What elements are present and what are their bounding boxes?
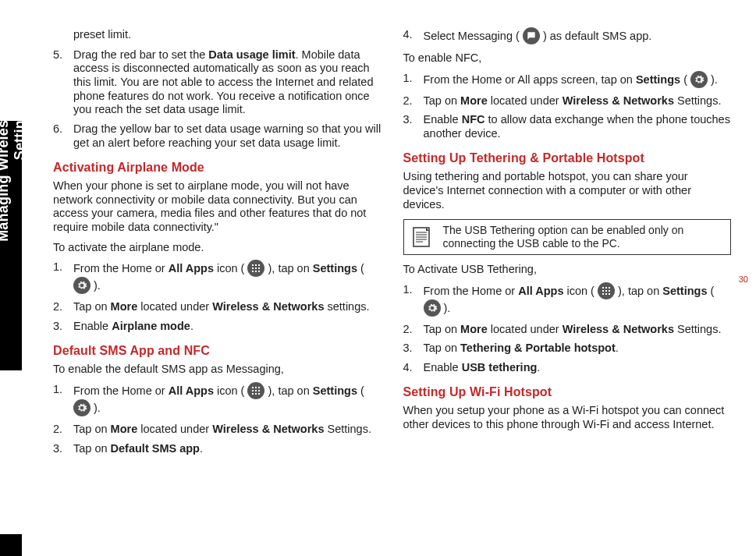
bold: Data usage limit: [208, 48, 295, 61]
text: icon (: [214, 262, 245, 274]
text: located under: [137, 423, 212, 435]
text: Tap on: [424, 323, 461, 335]
text: .: [537, 361, 540, 374]
side-tab-label: Managing Wireless and Network Settings: [0, 7, 28, 257]
text: Enable: [73, 320, 112, 332]
text: icon (: [563, 284, 595, 296]
settings-icon: [690, 71, 708, 88]
text: Drag the red bar to set the: [73, 48, 208, 61]
text: located under: [137, 300, 212, 313]
text: Settings.: [674, 94, 721, 107]
step-item: Tap on More located under Wireless & Net…: [53, 300, 382, 314]
text: (: [357, 384, 364, 397]
step-item: From the Home or All apps screen, tap on…: [403, 72, 732, 89]
step-item: Tap on More located under Wireless & Net…: [53, 423, 382, 437]
bold: More: [111, 300, 138, 313]
text: located under: [488, 323, 563, 335]
text: .: [190, 320, 193, 332]
settings-icon: [424, 299, 441, 317]
text: Enable: [424, 361, 462, 374]
bold: More: [460, 323, 488, 335]
settings-icon: [73, 277, 91, 294]
bold: Wireless & Networks: [212, 423, 324, 435]
steps-nfc: From the Home or All apps screen, tap on…: [403, 72, 732, 141]
bold: Wireless & Networks: [563, 323, 674, 335]
para-usb: To Activate USB Tethering,: [403, 263, 732, 277]
text: From the Home or All apps screen, tap on: [424, 73, 636, 86]
text: ), tap on: [268, 384, 313, 397]
text: located under: [488, 94, 563, 107]
step-item: Tap on More located under Wireless & Net…: [403, 323, 732, 337]
note-icon: [410, 225, 435, 250]
steps-sms-continued: Select Messaging ( ) as default SMS app.: [403, 28, 732, 45]
steps-usb: From the Home or All Apps icon ( ), tap …: [403, 283, 732, 375]
step-item: Tap on Tethering & Portable hotspot.: [403, 342, 732, 356]
para-preset: preset limit.: [53, 28, 382, 42]
text: Tap on: [424, 94, 461, 107]
bold: Default SMS app: [111, 442, 200, 455]
para-activate: To activate the airplane mode.: [53, 241, 382, 255]
step-item: Drag the red bar to set the Data usage l…: [53, 48, 382, 117]
all-apps-icon: [598, 282, 615, 299]
bold: Settings: [662, 284, 707, 296]
text: Enable: [424, 113, 462, 126]
bold: USB tethering: [462, 361, 538, 374]
all-apps-icon: [247, 260, 264, 277]
bold: Settings: [313, 262, 357, 274]
text: From the Home or: [73, 262, 169, 274]
text: .: [200, 442, 203, 455]
text: ).: [94, 279, 101, 292]
text: Drag the yellow bar to set data usage wa…: [73, 122, 381, 149]
text: ) as default SMS app.: [543, 30, 651, 42]
step-item: Enable USB tethering.: [403, 361, 732, 375]
content-columns: preset limit. Drag the red bar to set th…: [53, 28, 731, 533]
para-wifi: When you setup your phone as a Wi-Fi hot…: [403, 404, 732, 431]
left-column: preset limit. Drag the red bar to set th…: [53, 28, 382, 533]
heading-sms-nfc: Default SMS App and NFC: [53, 343, 382, 359]
step-item: Drag the yellow bar to set data usage wa…: [53, 122, 382, 150]
note-box: The USB Tethering option can be enabled …: [403, 219, 732, 255]
text: ).: [94, 402, 101, 414]
step-item: From the Home or All Apps icon ( ), tap …: [53, 383, 382, 417]
para-airplane: When your phone is set to airplane mode,…: [53, 179, 382, 235]
settings-icon: [73, 399, 91, 416]
steps-airplane: From the Home or All Apps icon ( ), tap …: [53, 260, 382, 333]
text: icon (: [214, 384, 245, 397]
bold: Settings: [313, 384, 357, 397]
text: From the Home or: [73, 384, 169, 397]
steps-sms: From the Home or All Apps icon ( ), tap …: [53, 383, 382, 455]
text: Tap on: [73, 442, 111, 455]
bold: All Apps: [518, 284, 563, 296]
messaging-icon: [523, 27, 540, 44]
text: (: [707, 284, 714, 296]
right-column: Select Messaging ( ) as default SMS app.…: [403, 28, 732, 533]
step-item: Tap on More located under Wireless & Net…: [403, 94, 732, 108]
bold: All Apps: [169, 262, 214, 274]
text: Tap on: [424, 342, 461, 354]
bold: Wireless & Networks: [212, 300, 324, 313]
para-tether: Using tethering and portable hotspot, yo…: [403, 170, 732, 211]
step-item: From the Home or All Apps icon ( ), tap …: [403, 283, 732, 317]
bold: Settings: [636, 73, 680, 86]
text: Tap on: [73, 300, 111, 313]
text: ).: [711, 73, 718, 86]
step-item: Tap on Default SMS app.: [53, 442, 382, 456]
bold: Airplane mode: [112, 320, 190, 332]
heading-airplane: Activating Airplane Mode: [53, 160, 382, 175]
text: Settings.: [325, 423, 371, 435]
all-apps-icon: [247, 382, 264, 399]
bold: Tethering & Portable hotspot: [460, 342, 616, 354]
text: Select Messaging (: [424, 30, 520, 42]
heading-wifi-hotspot: Setting Up Wi-Fi Hotspot: [403, 384, 732, 400]
page-number: 30: [739, 274, 748, 284]
text: Settings.: [674, 323, 721, 335]
corner-strip: [0, 534, 22, 556]
para-nfc: To enable NFC,: [403, 51, 732, 66]
text: From the Home or: [424, 284, 519, 296]
text: (: [680, 73, 687, 86]
bold: NFC: [462, 113, 485, 126]
bold: Wireless & Networks: [563, 94, 674, 107]
text: (: [357, 262, 364, 274]
step-item: From the Home or All Apps icon ( ), tap …: [53, 260, 382, 295]
text: ), tap on: [618, 284, 662, 296]
